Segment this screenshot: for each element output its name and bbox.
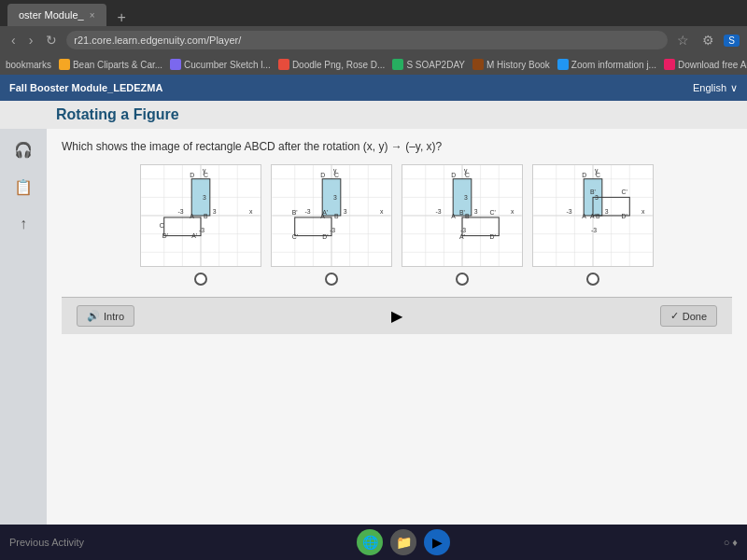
app-header: Fall Booster Module_LEDEZMA English ∨ xyxy=(0,75,747,101)
graph-4: D C A B B' C' A' D' x y -3 3 3 xyxy=(532,164,654,267)
radio-1[interactable] xyxy=(194,273,207,286)
svg-text:-3: -3 xyxy=(436,208,442,215)
bookmark-doodle[interactable]: Doodle Png, Rose D... xyxy=(278,59,386,70)
done-label: Done xyxy=(683,311,707,322)
star-btn[interactable]: ☆ xyxy=(673,31,693,49)
address-bar: ‹ › ↻ r21.core.learn.edgenuity.com/Playe… xyxy=(0,26,747,54)
svg-text:-3: -3 xyxy=(305,208,311,215)
bookmarks-label: bookmarks xyxy=(6,60,51,70)
bookmark-history[interactable]: M History Book xyxy=(472,59,550,70)
svg-text:C': C' xyxy=(621,189,627,195)
svg-text:D: D xyxy=(451,172,456,178)
content-wrapper: 🎧 📋 ↑ Which shows the image of rectangle… xyxy=(0,129,747,534)
bookmark-bean[interactable]: Bean Cliparts & Car... xyxy=(59,59,162,70)
svg-text:B': B' xyxy=(459,209,465,216)
bookmark-icon-history xyxy=(472,59,484,70)
bookmark-cucumber[interactable]: Cucumber Sketch l... xyxy=(170,59,271,70)
bookmark-icon-bean xyxy=(59,59,70,70)
svg-text:y: y xyxy=(333,167,337,175)
bookmark-zoom[interactable]: Zoom information j... xyxy=(557,59,656,70)
svg-text:A': A' xyxy=(459,233,465,240)
bookmark-label-doodle: Doodle Png, Rose D... xyxy=(292,60,386,70)
url-input[interactable]: r21.core.learn.edgenuity.com/Player/ xyxy=(66,31,668,49)
notes-icon[interactable]: 📋 xyxy=(10,174,36,200)
graph-3: D C A B B' C' A' D' x y -3 3 3 xyxy=(402,164,523,267)
language-label: English xyxy=(693,82,726,93)
chrome-icon[interactable]: 🌐 xyxy=(357,529,383,555)
bookmark-download[interactable]: Download free Arm... xyxy=(664,59,747,70)
page-title-bar: Rotating a Figure xyxy=(0,101,747,129)
url-text: r21.core.learn.edgenuity.com/Player/ xyxy=(74,35,241,46)
page-title: Rotating a Figure xyxy=(56,106,179,122)
svg-text:3: 3 xyxy=(464,194,468,201)
checkmark-icon: ✓ xyxy=(670,310,679,322)
cursor-icon: ▶ xyxy=(391,307,402,325)
svg-text:A': A' xyxy=(191,232,197,239)
taskbar: Previous Activity 🌐 📁 ▶ ○ ♦ xyxy=(0,525,747,560)
radio-3[interactable] xyxy=(456,273,469,286)
bookmark-soap[interactable]: S SOAP2DAY xyxy=(392,59,465,70)
new-tab-btn[interactable]: + xyxy=(110,9,134,26)
bookmark-icon-soap xyxy=(392,59,403,70)
tab-label: oster Module_ xyxy=(19,9,84,21)
bookmark-label-history: M History Book xyxy=(486,60,550,70)
radio-2[interactable] xyxy=(325,273,338,286)
svg-text:D: D xyxy=(320,172,325,178)
svg-text:3: 3 xyxy=(203,194,206,201)
tab-bar: oster Module_ × + xyxy=(0,0,747,26)
bookmark-icon-zoom xyxy=(557,59,569,70)
taskbar-right: ○ ♦ xyxy=(724,537,738,548)
svg-text:B: B xyxy=(465,213,470,219)
files-icon[interactable]: 📁 xyxy=(390,529,416,555)
intro-button[interactable]: 🔊 Intro xyxy=(77,305,134,327)
bookmark-label-bean: Bean Cliparts & Car... xyxy=(73,60,162,70)
svg-text:B: B xyxy=(204,213,208,219)
bookmark-label-download: Download free Arm... xyxy=(678,60,747,70)
app-icon[interactable]: ▶ xyxy=(424,529,450,555)
svg-text:-3: -3 xyxy=(199,227,204,233)
tab-close-btn[interactable]: × xyxy=(90,10,95,21)
svg-text:x: x xyxy=(641,208,645,215)
profile-btn[interactable]: S xyxy=(724,35,740,47)
svg-text:B: B xyxy=(334,213,339,219)
svg-text:B': B' xyxy=(292,209,298,216)
svg-text:y: y xyxy=(464,167,468,175)
svg-text:D': D' xyxy=(621,213,627,219)
graph-svg-4: D C A B B' C' A' D' x y -3 3 3 xyxy=(533,165,653,266)
svg-text:D: D xyxy=(190,172,194,178)
extensions-btn[interactable]: ⚙ xyxy=(698,31,718,49)
up-icon[interactable]: ↑ xyxy=(10,211,36,237)
svg-text:3: 3 xyxy=(474,208,478,215)
browser-chrome: oster Module_ × + ‹ › ↻ r21.core.learn.e… xyxy=(0,0,747,75)
refresh-btn[interactable]: ↻ xyxy=(42,31,61,49)
bookmark-label-zoom: Zoom information j... xyxy=(571,60,656,70)
bookmark-label-soap: S SOAP2DAY xyxy=(406,60,465,70)
radio-4[interactable] xyxy=(586,273,599,286)
active-tab[interactable]: oster Module_ × xyxy=(7,4,106,26)
svg-text:3: 3 xyxy=(333,194,337,201)
svg-text:A': A' xyxy=(590,213,596,219)
taskbar-right-label: ○ ♦ xyxy=(724,537,738,548)
audio-icon[interactable]: 🎧 xyxy=(10,136,36,162)
question-text: Which shows the image of rectangle ABCD … xyxy=(62,140,732,153)
svg-text:3: 3 xyxy=(595,194,599,201)
svg-text:D': D' xyxy=(162,232,168,239)
svg-text:-3: -3 xyxy=(567,208,572,215)
svg-text:A: A xyxy=(582,213,586,219)
bookmark-label-cucumber: Cucumber Sketch l... xyxy=(184,60,271,70)
intro-label: Intro xyxy=(104,311,124,322)
svg-text:A: A xyxy=(451,213,456,219)
graph-svg-1: D C A B C D' A' x y -3 3 3 xyxy=(141,165,261,266)
choice-1: D C A B C D' A' x y -3 3 3 xyxy=(140,164,261,286)
question-area: Which shows the image of rectangle ABCD … xyxy=(47,129,747,534)
forward-btn[interactable]: › xyxy=(25,31,37,49)
previous-activity-label: Previous Activity xyxy=(9,537,84,548)
svg-text:-3: -3 xyxy=(177,208,183,215)
svg-text:A: A xyxy=(190,213,194,219)
graph-svg-2: D C A B B' A' C' D' x y -3 3 3 xyxy=(272,165,391,266)
svg-text:x: x xyxy=(380,208,384,215)
svg-text:C': C' xyxy=(292,233,298,240)
back-btn[interactable]: ‹ xyxy=(7,31,20,49)
language-selector[interactable]: English ∨ xyxy=(693,82,738,94)
done-button[interactable]: ✓ Done xyxy=(660,305,717,327)
